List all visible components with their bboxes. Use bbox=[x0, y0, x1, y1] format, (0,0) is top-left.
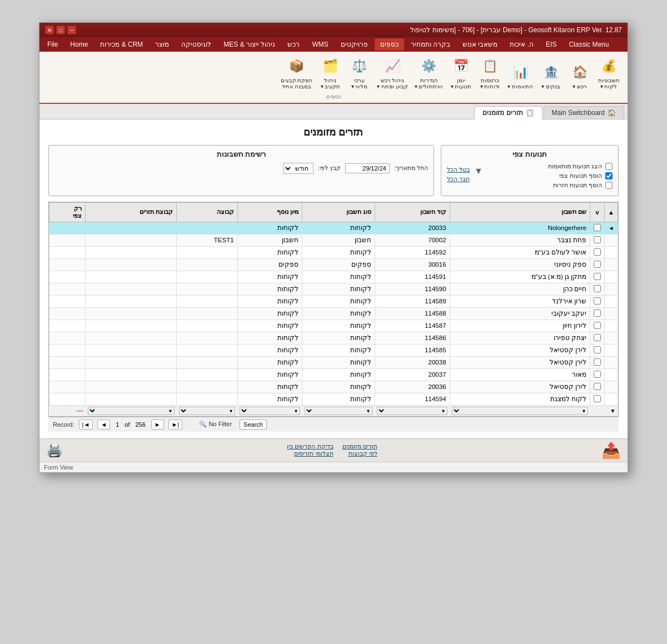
row-checkbox[interactable] bbox=[594, 334, 601, 341]
ribbon-btn-settings[interactable]: ⚙️ הגדרותואיתחולים ▾ bbox=[411, 54, 447, 92]
date-input[interactable] bbox=[345, 163, 390, 173]
menu-hr[interactable]: משאבי אנוש bbox=[457, 38, 503, 51]
menu-classic[interactable]: Classic Menu bbox=[563, 38, 614, 51]
table-row[interactable]: אושר לעולם בע"מ114592לקוחותלקוחות bbox=[49, 246, 618, 258]
row-corner bbox=[605, 258, 618, 271]
filter-group-select[interactable]: ▾ bbox=[179, 407, 236, 415]
col-header-group[interactable]: קבוצה bbox=[177, 202, 238, 222]
menu-home[interactable]: Home bbox=[64, 38, 93, 51]
filter-code-select[interactable]: ▾ bbox=[377, 407, 447, 415]
ribbon-btn-reconcile[interactable]: 📊 התאמות ▾ bbox=[504, 60, 536, 92]
cell-account_type: לקוחות bbox=[302, 283, 375, 295]
col-header-seq[interactable]: רק צפי bbox=[49, 202, 86, 222]
menu-logistics[interactable]: לוגיסטיקה bbox=[176, 38, 217, 51]
menu-control[interactable]: בקרה ותמחיר bbox=[405, 38, 456, 51]
banks-label: בנקים ▾ bbox=[541, 83, 560, 89]
ribbon-btn-files[interactable]: 📦 הפקת קבציםבמבנה אחיד bbox=[277, 54, 316, 92]
row-checkbox[interactable] bbox=[594, 383, 601, 390]
col-header-account-name[interactable]: שם חשבון bbox=[450, 202, 590, 222]
table-row[interactable]: לירן קסטיאל20036לקוחותלקוחות bbox=[49, 381, 618, 393]
ribbon-btn-purchase[interactable]: 🏠 רכש ▾ bbox=[565, 60, 594, 92]
filter-name-select[interactable]: ▾ bbox=[452, 407, 588, 415]
ribbon-btn-journal[interactable]: 📅 יומןתנועות ▾ bbox=[446, 54, 475, 92]
cell-group bbox=[177, 271, 238, 283]
checkbox-forecast[interactable] bbox=[605, 172, 613, 179]
nav-last-button[interactable]: ►| bbox=[168, 420, 183, 430]
checkbox-returns[interactable] bbox=[605, 182, 613, 189]
filter-type-select[interactable]: ▾ bbox=[305, 407, 372, 415]
table-row[interactable]: ◄Nolongerhere20033לקוחותלקוחות bbox=[49, 222, 618, 234]
row-checkbox[interactable] bbox=[594, 261, 601, 268]
table-row[interactable]: לירון חיון114587לקוחותלקוחות bbox=[49, 319, 618, 332]
row-checkbox[interactable] bbox=[594, 358, 601, 366]
row-checkbox[interactable] bbox=[594, 309, 601, 317]
table-row[interactable]: פחת נצבר70002חשבוןחשבוןTEST1 bbox=[49, 234, 618, 246]
col-header-account-type[interactable]: סוג חשבון bbox=[302, 202, 375, 222]
row-checkbox[interactable] bbox=[594, 236, 601, 243]
print-icon[interactable]: 🖨️ bbox=[46, 442, 63, 458]
row-checkbox[interactable] bbox=[594, 285, 601, 292]
ribbon-btn-invoices[interactable]: 💰 חשבוניותלקוח ▾ bbox=[594, 54, 623, 92]
filter-addition-select[interactable]: ▾ bbox=[240, 407, 300, 415]
menu-eis[interactable]: EIS bbox=[540, 38, 562, 51]
navigator: Record: |◄ ◄ 1 of 256 ► ►| 🔍 No Filter S… bbox=[48, 417, 619, 432]
main-window: Geosoft Kitaron ERP Ver. 12.87 - [Demo ע… bbox=[39, 22, 628, 473]
menu-product[interactable]: מוצר bbox=[150, 38, 175, 51]
row-checkbox[interactable] bbox=[594, 297, 601, 304]
tab-main-switchboard[interactable]: 🏠 Main Switchboard bbox=[544, 106, 624, 119]
table-row[interactable]: חיים כהן114590לקוחותלקוחות bbox=[49, 283, 618, 295]
table-row[interactable]: מתקן גן (מ.א) בע"מ114591לקוחותלקוחות bbox=[49, 271, 618, 283]
row-checkbox[interactable] bbox=[594, 346, 601, 353]
ribbon-btn-values[interactable]: ⚖️ ערכימלאי ▾ bbox=[345, 54, 374, 92]
row-checkbox[interactable] bbox=[594, 248, 601, 256]
link-cashflow-by-groups[interactable]: תזרים מזומניםלפי קבוצות bbox=[342, 443, 377, 457]
col-header-addition-type[interactable]: מיון נוסף bbox=[237, 202, 302, 222]
row-checkbox[interactable] bbox=[594, 395, 601, 402]
ribbon-btn-manage[interactable]: 📈 ניהול רכשקבוע ופתח ▾ bbox=[374, 54, 411, 92]
table-row[interactable]: מאור20037לקוחותלקוחות bbox=[49, 368, 618, 381]
ribbon: 💰 חשבוניותלקוח ▾ 🏠 רכש ▾ 🏦 בנקים ▾ 📊 התא… bbox=[39, 52, 628, 104]
cancel-all-link[interactable]: בטל הכל bbox=[447, 166, 470, 173]
checkbox-matched[interactable] bbox=[605, 163, 613, 170]
search-button[interactable]: Search bbox=[240, 420, 267, 430]
row-checkbox[interactable] bbox=[594, 224, 601, 231]
row-checkbox[interactable] bbox=[594, 371, 601, 378]
ribbon-btn-banks[interactable]: 🏦 בנקים ▾ bbox=[536, 60, 565, 92]
close-button[interactable]: ✕ bbox=[45, 26, 54, 34]
table-row[interactable]: יצחק טפירו114586לקוחותלקוחות bbox=[49, 332, 618, 344]
nav-prev-button[interactable]: ◄ bbox=[97, 420, 110, 430]
menu-projects[interactable]: פרויקטים bbox=[335, 38, 374, 51]
filter-funnel-icon[interactable]: ▼ bbox=[474, 166, 483, 176]
menu-wms[interactable]: WMS bbox=[306, 38, 334, 51]
filter-customer-group-select[interactable]: ▾ bbox=[88, 407, 175, 415]
maximize-button[interactable]: □ bbox=[56, 26, 65, 34]
menu-mes[interactable]: MES & ניהול ייצור bbox=[218, 38, 281, 51]
table-row[interactable]: לירן קסטיאל20038לקוחותלקוחות bbox=[49, 356, 618, 368]
ribbon-btn-budget[interactable]: 🗂️ ניהולתקציב ▾ bbox=[316, 54, 345, 92]
row-checkbox[interactable] bbox=[594, 322, 601, 329]
nav-first-button[interactable]: |◄ bbox=[79, 420, 93, 430]
menu-purchase[interactable]: רכש bbox=[282, 38, 305, 51]
link-check-differences[interactable]: בדיקת הפרשים ביותצלומי תזרימים bbox=[287, 443, 333, 457]
group-select[interactable]: חודש bbox=[283, 163, 313, 174]
ribbon-btn-ledger[interactable]: 📋 כרטסותודוחות ▾ bbox=[475, 54, 504, 92]
row-checkbox[interactable] bbox=[594, 273, 601, 280]
app-icon-area: 📤 bbox=[601, 441, 621, 460]
table-row[interactable]: לקוח למצגת114594לקוחותלקוחות bbox=[49, 393, 618, 405]
menu-quality[interactable]: ה. איכות bbox=[504, 38, 539, 51]
col-header-account-code[interactable]: קוד חשבון bbox=[375, 202, 450, 222]
table-row[interactable]: לירן קסטיאל114585לקוחותלקוחות bbox=[49, 344, 618, 356]
tab-cashflow[interactable]: 📋 תזרים מזומנים bbox=[474, 106, 542, 119]
table-row[interactable]: שרון אירלנד114589לקוחותלקוחות bbox=[49, 295, 618, 307]
nav-next-button[interactable]: ► bbox=[151, 420, 164, 430]
cell-account_code: 70002 bbox=[375, 234, 450, 246]
col-header-customer-group[interactable]: קבוצת תזרים bbox=[86, 202, 177, 222]
cell-seq bbox=[49, 271, 86, 283]
menu-crm[interactable]: מכירות & CRM bbox=[94, 38, 148, 51]
table-row[interactable]: ספק ניסיוני30016ספקיםספקים bbox=[49, 258, 618, 271]
connect-all-link[interactable]: חבר הכל bbox=[447, 176, 470, 183]
minimize-button[interactable]: ─ bbox=[67, 26, 76, 34]
menu-finance[interactable]: כספים bbox=[375, 38, 404, 51]
table-row[interactable]: יעקב יעקובי114588לקוחותלקוחות bbox=[49, 307, 618, 319]
menu-file[interactable]: File bbox=[42, 38, 63, 51]
